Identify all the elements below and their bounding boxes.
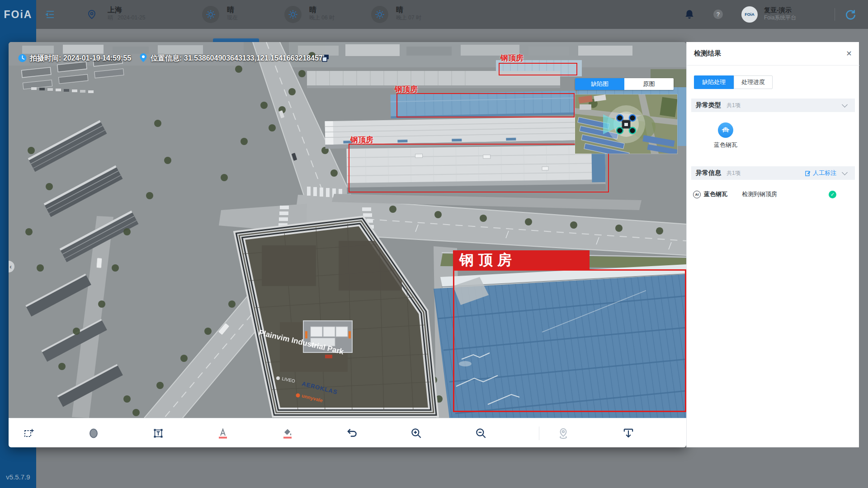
detection-label: 钢顶房 xyxy=(350,135,373,145)
fill-color-tool[interactable] xyxy=(278,427,297,440)
sun-icon xyxy=(202,6,219,23)
download-icon[interactable] xyxy=(619,427,637,440)
app-root: FOiA 上海 晴 2024-01-25 晴 现在 xyxy=(0,0,868,488)
detection-results-panel: 检测结果 ✕ 缺陷处理 处理进度 异常类型 共1项 蓝色钢瓦 异常信息 共1项 xyxy=(686,42,859,447)
font-color-tool[interactable] xyxy=(214,427,232,440)
confirm-check-icon[interactable]: ✓ xyxy=(829,191,836,198)
avatar[interactable]: FOiA xyxy=(741,6,758,23)
menu-collapse-icon[interactable] xyxy=(44,9,56,22)
map-pin-tool[interactable] xyxy=(554,427,572,440)
anomaly-item-description: 检测到钢顶房 xyxy=(742,190,777,198)
detection-box[interactable] xyxy=(453,269,686,412)
capture-time-text: 拍摄时间: 2024-01-19 14:59:55 xyxy=(30,54,131,63)
tab-processing-progress[interactable]: 处理进度 xyxy=(734,75,773,89)
zoom-out-icon[interactable] xyxy=(472,427,490,440)
detection-label: 钢顶房 xyxy=(500,53,524,63)
anomaly-type-title: 异常类型 xyxy=(696,101,721,109)
manual-annotate-button[interactable]: 人工标注 xyxy=(805,169,836,177)
anomaly-info-row[interactable]: AI 蓝色钢瓦 检测到钢顶房 ✓ xyxy=(687,188,859,201)
detection-label: 钢顶房 xyxy=(395,84,418,94)
anomaly-info-count: 共1项 xyxy=(726,169,741,177)
anomaly-type-count: 共1项 xyxy=(726,102,741,109)
chevron-down-icon[interactable] xyxy=(842,169,848,175)
sun-icon xyxy=(284,6,302,23)
detection-box[interactable] xyxy=(396,93,575,117)
panel-title: 检测结果 xyxy=(694,49,721,58)
annotate-icon xyxy=(805,170,811,176)
sun-icon xyxy=(371,6,388,23)
city-weather: 晴 2024-01-25 xyxy=(108,14,145,21)
top-bar: FOiA 上海 晴 2024-01-25 晴 现在 xyxy=(0,0,868,29)
location-info-text: 位置信息: 31.538604903643133,121.15416632184… xyxy=(151,54,327,63)
minimap[interactable] xyxy=(575,94,677,154)
help-icon[interactable]: ? xyxy=(713,9,723,19)
anomaly-type-item-label[interactable]: 蓝色钢瓦 xyxy=(703,141,748,149)
zoom-in-icon[interactable] xyxy=(407,427,425,440)
clock-icon xyxy=(18,54,27,64)
detection-box[interactable] xyxy=(499,63,577,75)
app-logo[interactable]: FOiA xyxy=(0,0,36,29)
anomaly-info-header[interactable]: 异常信息 共1项 人工标注 xyxy=(691,166,855,180)
minimap-render xyxy=(575,94,677,154)
defect-view-button[interactable]: 缺陷图 xyxy=(575,78,624,90)
forecast-now: 晴 现在 xyxy=(227,5,238,21)
anomaly-item-type: 蓝色钢瓦 xyxy=(704,190,727,198)
aerial-photo[interactable]: Plainvim Industrial Park LIVEO AEROKLAS … xyxy=(9,42,686,418)
ai-badge-icon: AI xyxy=(693,191,701,198)
user-platform: Foia系统平台 xyxy=(764,14,796,21)
detection-label-large: 钢顶房 xyxy=(453,250,590,269)
location-block[interactable]: 上海 晴 2024-01-25 xyxy=(108,5,145,21)
app-version: v5.5.7.9 xyxy=(0,473,36,481)
user-block[interactable]: 复亚-演示 Foia系统平台 xyxy=(764,6,796,21)
rect-select-tool[interactable] xyxy=(20,427,38,440)
toolbar-divider xyxy=(539,427,539,440)
location-pin-icon xyxy=(86,9,97,22)
panel-header: 检测结果 ✕ xyxy=(687,42,859,66)
close-icon[interactable]: ✕ xyxy=(844,48,854,58)
annotation-toolbar xyxy=(9,418,686,447)
undo-icon[interactable] xyxy=(343,427,361,440)
tab-defect-handling[interactable]: 缺陷处理 xyxy=(694,75,734,89)
logout-icon[interactable] xyxy=(844,9,856,22)
forecast-7pm: 晴 晚上 07 时 xyxy=(396,5,421,21)
original-view-button[interactable]: 原图 xyxy=(624,78,674,90)
copy-icon[interactable] xyxy=(321,53,330,65)
topbar-divider xyxy=(835,8,835,21)
forecast-6pm: 晴 晚上 06 时 xyxy=(309,5,335,21)
notification-bell-icon[interactable] xyxy=(684,9,695,22)
image-mode-toggle: 缺陷图 原图 xyxy=(575,78,674,90)
chevron-down-icon[interactable] xyxy=(842,102,848,108)
city-name: 上海 xyxy=(108,5,145,14)
ellipse-tool[interactable] xyxy=(85,427,103,440)
text-tool[interactable] xyxy=(149,427,167,440)
image-viewer: Plainvim Industrial Park LIVEO AEROKLAS … xyxy=(9,42,686,447)
gps-pin-icon xyxy=(139,53,148,65)
anomaly-info-title: 异常信息 xyxy=(696,169,721,177)
blue-steel-tile-icon[interactable] xyxy=(718,122,733,138)
user-name: 复亚-演示 xyxy=(764,6,796,14)
anomaly-type-header[interactable]: 异常类型 共1项 xyxy=(691,99,855,112)
detection-box[interactable] xyxy=(349,144,609,192)
active-tab-indicator xyxy=(213,38,259,42)
